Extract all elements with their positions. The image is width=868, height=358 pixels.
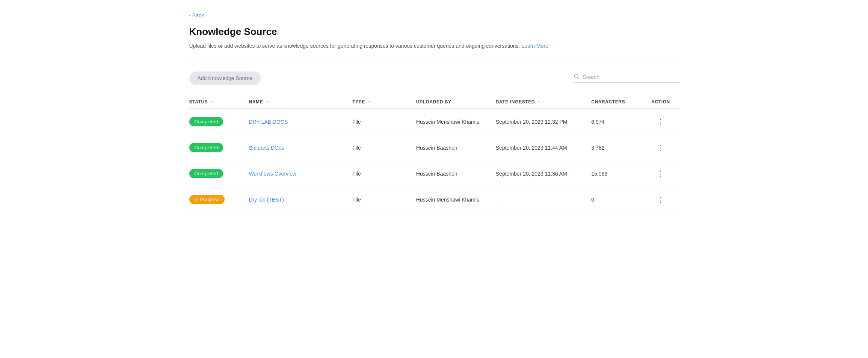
- status-badge: Completed: [189, 169, 223, 178]
- back-chevron-icon: ‹: [189, 12, 191, 18]
- status-badge: In Progress: [189, 195, 225, 204]
- row-characters: 15,063: [591, 161, 647, 187]
- col-header-action: ACTION: [647, 96, 679, 109]
- row-uploaded-by: Hussein Baashen: [416, 161, 496, 187]
- row-name-link[interactable]: Dry lab (TEST): [249, 197, 284, 203]
- page-title: Knowledge Source: [189, 26, 679, 38]
- col-header-type: TYPE ≡: [352, 96, 416, 109]
- date-filter-icon[interactable]: ≡: [538, 100, 540, 104]
- row-date-ingested: September 20, 2023 12:32 PM: [496, 109, 591, 135]
- row-type: File: [352, 161, 416, 187]
- search-container: [574, 74, 679, 83]
- row-characters: 0: [591, 187, 647, 212]
- table-row: In Progress Dry lab (TEST) File Hussein …: [189, 187, 679, 212]
- back-label: Back: [192, 12, 204, 18]
- back-link[interactable]: ‹ Back: [189, 12, 204, 18]
- type-filter-icon[interactable]: ≡: [368, 100, 371, 104]
- table-row: Completed DRY LAB DOCS File Hussein Mens…: [189, 109, 679, 135]
- row-date-ingested: September 20, 2023 11:44 AM: [496, 135, 591, 161]
- search-input[interactable]: [583, 74, 666, 80]
- row-uploaded-by: Hussein Baashen: [416, 135, 496, 161]
- search-icon: [574, 74, 580, 81]
- table-row: Completed Snippets DOcs File Hussein Baa…: [189, 135, 679, 161]
- row-uploaded-by: Hussein Menshawi Khamis: [416, 109, 496, 135]
- knowledge-table: STATUS ≡ NAME ≡ TYPE ≡ UPLOADED BY DATE …: [189, 96, 679, 213]
- row-action-menu-button[interactable]: ⋮: [654, 168, 667, 180]
- row-date-ingested: -: [496, 187, 591, 212]
- row-uploaded-by: Hussein Menshawi Khamis: [416, 187, 496, 212]
- row-type: File: [352, 109, 416, 135]
- row-characters: 3,762: [591, 135, 647, 161]
- row-name-link[interactable]: Snippets DOcs: [249, 145, 284, 151]
- row-name-link[interactable]: Workflows Overview: [249, 171, 297, 177]
- row-characters: 6,974: [591, 109, 647, 135]
- row-type: File: [352, 135, 416, 161]
- learn-more-link[interactable]: Learn More: [521, 43, 548, 49]
- col-header-characters: CHARACTERS: [591, 96, 647, 109]
- add-knowledge-button[interactable]: Add Knowledge Source: [189, 71, 261, 85]
- row-action-menu-button[interactable]: ⋮: [654, 116, 667, 128]
- page-description: Upload files or add websites to serve as…: [189, 42, 679, 50]
- svg-line-1: [578, 77, 579, 79]
- row-action-menu-button[interactable]: ⋮: [654, 194, 667, 206]
- toolbar: Add Knowledge Source: [189, 71, 679, 85]
- row-date-ingested: September 20, 2023 11:36 AM: [496, 161, 591, 187]
- row-action-menu-button[interactable]: ⋮: [654, 142, 667, 154]
- col-header-name: NAME ≡: [249, 96, 353, 109]
- row-name-link[interactable]: DRY LAB DOCS: [249, 119, 288, 125]
- row-type: File: [352, 187, 416, 212]
- col-header-date-ingested: DATE INGESTED ≡: [496, 96, 591, 109]
- table-header-row: STATUS ≡ NAME ≡ TYPE ≡ UPLOADED BY DATE …: [189, 96, 679, 109]
- col-header-uploaded-by: UPLOADED BY: [416, 96, 496, 109]
- name-filter-icon[interactable]: ≡: [266, 100, 269, 104]
- section-divider: [189, 62, 679, 62]
- table-row: Completed Workflows Overview File Hussei…: [189, 161, 679, 187]
- status-badge: Completed: [189, 143, 223, 152]
- col-header-status: STATUS ≡: [189, 96, 249, 109]
- status-filter-icon[interactable]: ≡: [211, 100, 213, 104]
- status-badge: Completed: [189, 117, 223, 126]
